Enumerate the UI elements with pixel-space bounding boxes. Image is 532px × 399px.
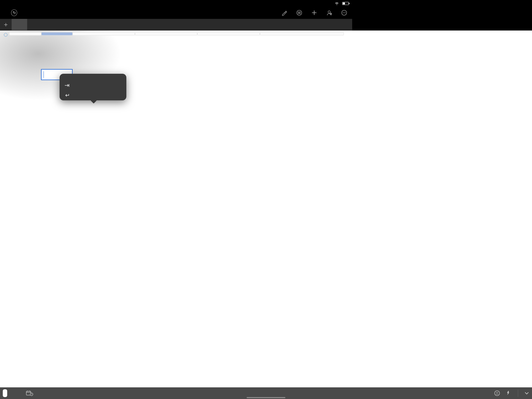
app-toolbar: [0, 7, 352, 19]
popover-title: [60, 74, 126, 80]
column-headers: [9, 32, 352, 35]
popover-item-linebreak[interactable]: [60, 90, 126, 100]
status-bar: [0, 0, 352, 7]
col-header-D[interactable]: [135, 32, 197, 35]
battery-icon: [342, 2, 349, 5]
insert-popover: [60, 74, 126, 100]
svg-point-11: [343, 12, 343, 13]
col-header-filler: [260, 32, 344, 35]
col-header-C[interactable]: [73, 32, 135, 35]
col-header-A[interactable]: [9, 32, 41, 35]
spreadsheet-canvas[interactable]: [0, 31, 352, 264]
wifi-icon: [335, 2, 339, 5]
add-button[interactable]: [311, 10, 317, 16]
add-sheet-button[interactable]: +: [0, 19, 12, 30]
sheet-tab-active[interactable]: [12, 19, 27, 30]
svg-point-13: [345, 12, 346, 13]
format-menu-icon[interactable]: [296, 10, 302, 16]
col-header-B[interactable]: [41, 32, 73, 35]
more-icon[interactable]: [341, 10, 347, 16]
format-brush-icon[interactable]: [281, 10, 287, 16]
col-header-E[interactable]: [197, 32, 260, 35]
sheet-tabs-bar: +: [0, 19, 352, 30]
return-icon: [65, 93, 70, 97]
svg-point-12: [344, 12, 344, 13]
tab-icon: [65, 83, 70, 87]
collaborate-icon[interactable]: [326, 10, 332, 16]
select-all-handle[interactable]: [4, 33, 7, 37]
svg-point-6: [328, 11, 330, 13]
undo-button[interactable]: [11, 10, 17, 16]
popover-item-tab[interactable]: [60, 80, 126, 90]
